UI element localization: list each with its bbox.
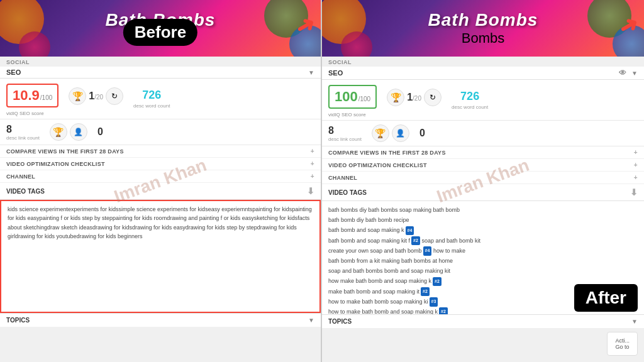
tags-body-before: kids science experimentexperiments for k… bbox=[0, 200, 321, 313]
compare-views-row-after[interactable]: COMPARE VIEWS IN THE FIRST 28 DAYS + bbox=[322, 146, 644, 159]
tag-badge: #4 bbox=[406, 226, 414, 236]
tag-count-before: 1 bbox=[89, 90, 94, 102]
tag-badge: #2 bbox=[433, 277, 441, 287]
eye-icon-after: 👁 bbox=[619, 69, 626, 77]
zero-count-item-before: 0 bbox=[97, 126, 103, 138]
tag-line: bath bombs diy bath bombs soap making ba… bbox=[328, 205, 638, 215]
metric-icon-b-before: 👤 bbox=[70, 123, 87, 141]
after-panel: Bath Bombs Bombs ➜ Imran Khan After SOCI… bbox=[322, 0, 644, 362]
seo-dropdown-arrow-before: ▼ bbox=[308, 69, 314, 76]
before-panel: Bath Bombs Bombs ➜ Before Imran Khan SOC… bbox=[0, 0, 322, 362]
word-count-item-after: 726 desc word count bbox=[452, 90, 488, 110]
channel-row-before[interactable]: CHANNEL + bbox=[0, 170, 321, 183]
metric-icons-after: 🏆 👤 bbox=[372, 124, 409, 142]
topics-label-before: TOPICS bbox=[6, 317, 30, 324]
tag-total-after: /20 bbox=[413, 95, 421, 102]
tag-line: soap and bath bombs bomb and soap making… bbox=[328, 266, 638, 276]
channel-expand-after: + bbox=[634, 174, 638, 181]
tags-label-before: VIDEO TAGS bbox=[6, 188, 45, 195]
video-opt-expand-after: + bbox=[634, 162, 638, 168]
tag-line: bath bomb diy bath bomb recipe bbox=[328, 215, 638, 225]
score-vidiq-label-before: vidIQ SEO score bbox=[6, 111, 44, 116]
seo-label-before: SEO bbox=[6, 69, 21, 76]
tags-label-after: VIDEO TAGS bbox=[328, 189, 367, 196]
tag-badge: #3 bbox=[430, 297, 438, 307]
seo-score-box-before: 10.9 /100 bbox=[6, 84, 58, 107]
refresh-icon-before[interactable]: ↻ bbox=[106, 87, 123, 105]
score-denom-before: /100 bbox=[40, 94, 52, 101]
link-count-item-before: 8 desc link count bbox=[6, 124, 40, 141]
channel-row-after[interactable]: CHANNEL + bbox=[322, 172, 644, 184]
tags-header-before[interactable]: VIDEO TAGS ⬇ bbox=[0, 183, 321, 200]
word-count-label-after: desc word count bbox=[452, 104, 488, 110]
link-count-label-before: desc link count bbox=[6, 135, 40, 141]
score-vidiq-label-after: vidIQ SEO score bbox=[328, 112, 366, 118]
topics-row-after[interactable]: TOPICS ▼ bbox=[322, 314, 644, 328]
active-panel-after: Acti... Go to bbox=[607, 332, 638, 356]
seo-label-after: SEO bbox=[328, 69, 343, 77]
tags-download-icon-before[interactable]: ⬇ bbox=[307, 186, 314, 196]
score-main-before: 10.9 bbox=[13, 87, 40, 104]
link-count-item-after: 8 desc link count bbox=[328, 125, 362, 142]
refresh-icon-after[interactable]: ↻ bbox=[424, 89, 441, 106]
video-opt-label-before: VIDEO OPTIMIZATION CHECKLIST bbox=[6, 161, 105, 167]
score-denom-after: /100 bbox=[358, 96, 370, 102]
compare-views-expand-after: + bbox=[634, 149, 638, 156]
channel-label-after: CHANNEL bbox=[328, 175, 357, 181]
seo-score-box-after: 100 /100 bbox=[328, 85, 377, 109]
goto-label: Go to bbox=[615, 344, 630, 350]
tag-badge: #2 bbox=[439, 307, 448, 314]
metric-row-before: 8 desc link count 🏆 👤 0 bbox=[0, 119, 321, 145]
before-label: Before bbox=[123, 19, 197, 46]
social-label-after: SOCIAL bbox=[322, 57, 644, 67]
word-count-after: 726 bbox=[460, 90, 479, 103]
topics-expand-before: ▼ bbox=[308, 317, 314, 324]
after-thumbnail-title: Bath Bombs Bombs bbox=[428, 10, 538, 47]
metric-icon-b-after: 👤 bbox=[392, 124, 409, 142]
word-count-item-before: 726 desc word count bbox=[133, 89, 170, 109]
social-label-before: SOCIAL bbox=[0, 57, 321, 67]
compare-views-row-before[interactable]: COMPARE VIEWS IN THE FIRST 28 DAYS + bbox=[0, 145, 321, 158]
topics-row-before[interactable]: TOPICS ▼ bbox=[0, 313, 321, 327]
thumb-deco-bl bbox=[19, 31, 50, 57]
word-count-label-before: desc word count bbox=[133, 103, 170, 109]
topics-expand-after: ▼ bbox=[631, 318, 638, 325]
after-thumbnail: Bath Bombs Bombs ➜ bbox=[322, 0, 644, 57]
tag-total-before: /20 bbox=[94, 94, 103, 101]
compare-views-label-after: COMPARE VIEWS IN THE FIRST 28 DAYS bbox=[328, 150, 446, 156]
topics-label-after: TOPICS bbox=[328, 318, 352, 325]
after-label: After bbox=[574, 284, 638, 312]
tag-count-item-after: 🏆 1 /20 ↻ bbox=[387, 89, 441, 106]
video-opt-row-before[interactable]: VIDEO OPTIMIZATION CHECKLIST + bbox=[0, 158, 321, 170]
tag-icon-before: 🏆 bbox=[69, 87, 86, 105]
score-row-before: 10.9 /100 vidIQ SEO score 🏆 1 /20 ↻ 726 … bbox=[0, 79, 321, 119]
word-count-before: 726 bbox=[142, 89, 161, 102]
link-count-label-after: desc link count bbox=[328, 136, 362, 142]
score-main-after: 100 bbox=[335, 89, 358, 105]
tag-count-after: 1 bbox=[407, 92, 413, 103]
seo-dropdown-after[interactable]: SEO 👁 ▼ bbox=[322, 67, 644, 80]
tag-badge: #4 bbox=[423, 246, 432, 256]
zero-count-before: 0 bbox=[97, 126, 103, 138]
metric-icon-a-before: 🏆 bbox=[50, 123, 67, 141]
video-opt-row-after[interactable]: VIDEO OPTIMIZATION CHECKLIST + bbox=[322, 159, 644, 172]
video-opt-label-after: VIDEO OPTIMIZATION CHECKLIST bbox=[328, 162, 427, 168]
tags-download-icon-after[interactable]: ⬇ bbox=[630, 187, 638, 197]
metric-icons-before: 🏆 👤 bbox=[50, 123, 87, 141]
active-label: Acti... bbox=[615, 337, 630, 344]
tag-line: create your own soap and bath bomb#4 how… bbox=[328, 246, 638, 256]
zero-count-after: 0 bbox=[419, 128, 425, 139]
score-row-after: 100 /100 vidIQ SEO score 🏆 1 /20 ↻ 726 d… bbox=[322, 80, 644, 121]
channel-label-before: CHANNEL bbox=[6, 173, 35, 180]
metric-row-after: 8 desc link count 🏆 👤 0 bbox=[322, 121, 644, 146]
tag-line: bath bomb from a kit making bath bombs a… bbox=[328, 256, 638, 266]
seo-dropdown-before[interactable]: SEO ▼ bbox=[0, 67, 321, 79]
tags-text-before: kids science experimentexperiments for k… bbox=[8, 206, 312, 239]
after-thumb-deco-bl bbox=[341, 31, 372, 57]
tags-header-after[interactable]: VIDEO TAGS ⬇ bbox=[322, 184, 644, 201]
channel-expand-before: + bbox=[311, 173, 314, 180]
compare-views-expand-before: + bbox=[311, 148, 314, 155]
video-opt-expand-before: + bbox=[311, 160, 314, 167]
tag-count-item-before: 🏆 1 /20 ↻ bbox=[69, 87, 123, 105]
link-count-after: 8 bbox=[328, 125, 362, 136]
